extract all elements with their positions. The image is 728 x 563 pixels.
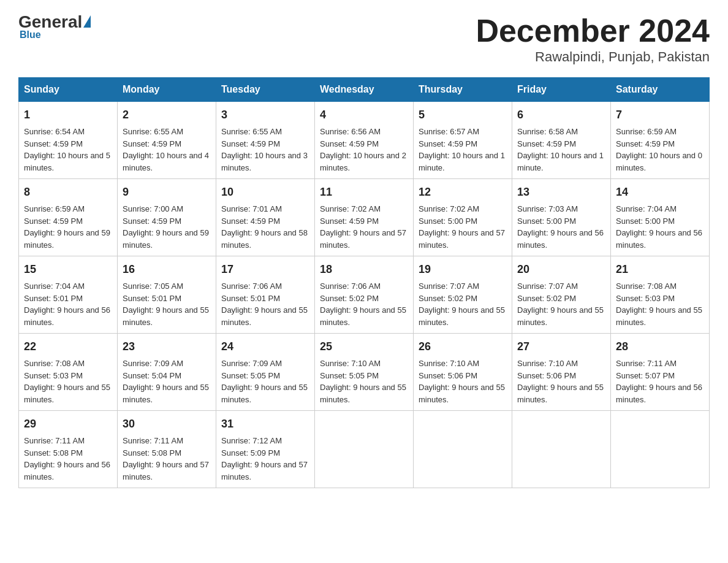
week-row-3: 15 Sunrise: 7:04 AM Sunset: 5:01 PM Dayl… <box>19 256 710 334</box>
day-number: 10 <box>221 184 309 201</box>
sunrise-text: Sunrise: 7:07 AM <box>517 282 578 291</box>
day-number: 22 <box>24 339 112 355</box>
calendar-cell: 11 Sunrise: 7:02 AM Sunset: 4:59 PM Dayl… <box>315 179 414 256</box>
sunrise-text: Sunrise: 7:06 AM <box>320 282 381 291</box>
sunset-text: Sunset: 4:59 PM <box>221 216 280 226</box>
sunset-text: Sunset: 4:59 PM <box>517 139 576 148</box>
sunset-text: Sunset: 5:02 PM <box>419 294 477 303</box>
sunrise-text: Sunrise: 6:55 AM <box>123 127 183 136</box>
sunrise-text: Sunrise: 7:01 AM <box>221 204 282 213</box>
calendar-cell: 15 Sunrise: 7:04 AM Sunset: 5:01 PM Dayl… <box>19 256 118 334</box>
header-row: SundayMondayTuesdayWednesdayThursdayFrid… <box>19 78 710 102</box>
calendar-cell: 30 Sunrise: 7:11 AM Sunset: 5:08 PM Dayl… <box>118 411 216 488</box>
sunrise-text: Sunrise: 7:11 AM <box>123 436 183 445</box>
sunset-text: Sunset: 4:59 PM <box>123 139 181 148</box>
daylight-text: Daylight: 10 hours and 4 minutes. <box>123 151 209 172</box>
page-title: December 2024 <box>476 12 710 49</box>
sunset-text: Sunset: 4:59 PM <box>320 216 379 226</box>
day-number: 2 <box>123 107 211 123</box>
sunset-text: Sunset: 4:59 PM <box>616 139 675 148</box>
day-number: 4 <box>320 107 408 123</box>
week-row-4: 22 Sunrise: 7:08 AM Sunset: 5:03 PM Dayl… <box>19 334 710 411</box>
calendar-cell: 14 Sunrise: 7:04 AM Sunset: 5:00 PM Dayl… <box>611 179 710 256</box>
sunrise-text: Sunrise: 7:00 AM <box>123 204 183 213</box>
daylight-text: Daylight: 9 hours and 55 minutes. <box>320 305 406 327</box>
sunrise-text: Sunrise: 7:10 AM <box>320 359 381 368</box>
calendar-cell: 18 Sunrise: 7:06 AM Sunset: 5:02 PM Dayl… <box>315 256 414 334</box>
calendar-cell: 29 Sunrise: 7:11 AM Sunset: 5:08 PM Dayl… <box>19 411 118 488</box>
day-number: 11 <box>320 184 408 201</box>
sunrise-text: Sunrise: 6:55 AM <box>221 127 282 136</box>
daylight-text: Daylight: 9 hours and 56 minutes. <box>616 228 702 250</box>
sunrise-text: Sunrise: 7:10 AM <box>419 359 479 368</box>
daylight-text: Daylight: 10 hours and 2 minutes. <box>320 151 406 172</box>
daylight-text: Daylight: 9 hours and 57 minutes. <box>221 460 308 481</box>
daylight-text: Daylight: 9 hours and 57 minutes. <box>320 228 406 250</box>
calendar-cell: 21 Sunrise: 7:08 AM Sunset: 5:03 PM Dayl… <box>611 256 710 334</box>
daylight-text: Daylight: 10 hours and 1 minute. <box>419 151 505 172</box>
day-number: 6 <box>517 107 605 123</box>
calendar-cell: 1 Sunrise: 6:54 AM Sunset: 4:59 PM Dayli… <box>19 102 118 179</box>
daylight-text: Daylight: 9 hours and 55 minutes. <box>419 383 505 404</box>
sunset-text: Sunset: 4:59 PM <box>320 139 379 148</box>
day-number: 7 <box>616 107 704 123</box>
calendar-cell: 20 Sunrise: 7:07 AM Sunset: 5:02 PM Dayl… <box>512 256 611 334</box>
day-number: 15 <box>24 261 112 278</box>
calendar-cell: 8 Sunrise: 6:59 AM Sunset: 4:59 PM Dayli… <box>19 179 118 256</box>
day-number: 21 <box>616 261 704 278</box>
calendar-cell <box>414 411 512 488</box>
sunrise-text: Sunrise: 7:06 AM <box>221 282 282 291</box>
sunset-text: Sunset: 5:01 PM <box>221 294 280 303</box>
title-block: December 2024 Rawalpindi, Punjab, Pakist… <box>476 12 710 65</box>
day-number: 31 <box>221 416 309 432</box>
daylight-text: Daylight: 9 hours and 56 minutes. <box>24 460 110 481</box>
sunrise-text: Sunrise: 7:09 AM <box>123 359 183 368</box>
header-cell-sunday: Sunday <box>19 78 118 102</box>
logo: General Blue <box>18 12 91 40</box>
header-cell-thursday: Thursday <box>414 78 512 102</box>
daylight-text: Daylight: 9 hours and 57 minutes. <box>123 460 209 481</box>
logo-blue-text: Blue <box>20 29 41 40</box>
sunset-text: Sunset: 4:59 PM <box>24 216 83 226</box>
calendar-cell: 7 Sunrise: 6:59 AM Sunset: 4:59 PM Dayli… <box>611 102 710 179</box>
sunrise-text: Sunrise: 7:03 AM <box>517 204 578 213</box>
calendar-cell: 23 Sunrise: 7:09 AM Sunset: 5:04 PM Dayl… <box>118 334 216 411</box>
sunset-text: Sunset: 5:05 PM <box>221 371 280 380</box>
week-row-2: 8 Sunrise: 6:59 AM Sunset: 4:59 PM Dayli… <box>19 179 710 256</box>
sunset-text: Sunset: 5:00 PM <box>616 216 675 226</box>
sunset-text: Sunset: 5:00 PM <box>517 216 576 226</box>
sunrise-text: Sunrise: 7:09 AM <box>221 359 282 368</box>
sunset-text: Sunset: 5:07 PM <box>616 371 675 380</box>
daylight-text: Daylight: 9 hours and 55 minutes. <box>419 305 505 327</box>
day-number: 8 <box>24 184 112 201</box>
week-row-5: 29 Sunrise: 7:11 AM Sunset: 5:08 PM Dayl… <box>19 411 710 488</box>
day-number: 23 <box>123 339 211 355</box>
sunset-text: Sunset: 5:08 PM <box>24 448 83 458</box>
sunset-text: Sunset: 5:01 PM <box>24 294 83 303</box>
day-number: 1 <box>24 107 112 123</box>
sunset-text: Sunset: 5:09 PM <box>221 448 280 458</box>
daylight-text: Daylight: 9 hours and 59 minutes. <box>123 228 209 250</box>
daylight-text: Daylight: 9 hours and 55 minutes. <box>221 305 308 327</box>
sunset-text: Sunset: 4:59 PM <box>123 216 181 226</box>
calendar-cell: 13 Sunrise: 7:03 AM Sunset: 5:00 PM Dayl… <box>512 179 611 256</box>
day-number: 30 <box>123 416 211 432</box>
day-number: 27 <box>517 339 605 355</box>
header-cell-tuesday: Tuesday <box>216 78 315 102</box>
calendar-cell: 4 Sunrise: 6:56 AM Sunset: 4:59 PM Dayli… <box>315 102 414 179</box>
header-cell-monday: Monday <box>118 78 216 102</box>
sunrise-text: Sunrise: 7:08 AM <box>616 282 677 291</box>
sunrise-text: Sunrise: 7:04 AM <box>24 282 85 291</box>
sunset-text: Sunset: 5:06 PM <box>517 371 576 380</box>
daylight-text: Daylight: 9 hours and 55 minutes. <box>24 383 110 404</box>
daylight-text: Daylight: 9 hours and 55 minutes. <box>517 305 604 327</box>
sunrise-text: Sunrise: 7:10 AM <box>517 359 578 368</box>
daylight-text: Daylight: 9 hours and 56 minutes. <box>616 383 702 404</box>
sunset-text: Sunset: 5:03 PM <box>24 371 83 380</box>
sunset-text: Sunset: 5:03 PM <box>616 294 675 303</box>
sunrise-text: Sunrise: 6:56 AM <box>320 127 381 136</box>
daylight-text: Daylight: 10 hours and 3 minutes. <box>221 151 308 172</box>
sunset-text: Sunset: 5:02 PM <box>517 294 576 303</box>
calendar-body: 1 Sunrise: 6:54 AM Sunset: 4:59 PM Dayli… <box>19 102 710 488</box>
sunset-text: Sunset: 5:02 PM <box>320 294 379 303</box>
